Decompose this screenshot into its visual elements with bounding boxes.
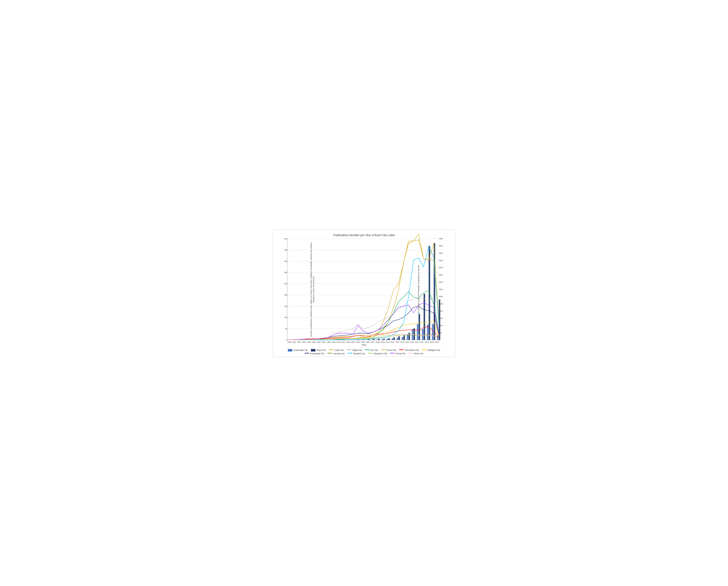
legend-swatch: [288, 349, 292, 352]
svg-rect-29: [387, 338, 388, 340]
x-tick: 2020: [435, 341, 439, 343]
legend-swatch: [327, 353, 332, 354]
svg-rect-45: [427, 325, 428, 340]
legend-label: Virtual City: [396, 353, 405, 355]
x-tick: 2017: [420, 341, 424, 343]
x-tick: 2019: [430, 341, 434, 343]
x-tick: 2014: [405, 341, 409, 343]
chart-container: Publications Number per Year of Each Cit…: [273, 229, 455, 357]
legend-swatch: [390, 353, 395, 354]
y-tick-left: 250: [284, 283, 287, 285]
legend-label: Green City: [387, 349, 396, 351]
x-tick: 1997: [322, 341, 326, 343]
legend-item: Virtual City: [390, 353, 405, 355]
svg-rect-28: [383, 339, 385, 340]
x-tick: 1992: [297, 341, 301, 343]
y-tick-left: 100: [284, 316, 287, 319]
x-tick: 2004: [356, 341, 360, 343]
x-tick: 2000: [336, 341, 340, 343]
y-tick-right: 0: [439, 339, 440, 341]
legend-swatch: [368, 353, 372, 354]
legend-swatch: [381, 350, 386, 350]
legend-item: Knowledge City: [305, 353, 324, 355]
svg-rect-44: [423, 294, 425, 340]
legend-swatch: [347, 350, 351, 350]
legend-label: Learning City: [333, 353, 345, 355]
x-tick: 2013: [400, 341, 404, 343]
legend-item: Ubiquitous City: [368, 353, 387, 355]
legend-label: Smart City: [316, 349, 326, 351]
x-tick: 2016: [415, 341, 419, 343]
y-tick-right: 3500: [439, 288, 443, 290]
legend-item: Information City: [399, 349, 419, 352]
y-tick-right: 5000: [439, 266, 443, 269]
x-tick: 2001: [341, 341, 345, 343]
x-tick: 2015: [410, 341, 414, 343]
svg-rect-32: [393, 337, 395, 340]
legend-item: Digital City: [347, 349, 362, 352]
y-tick-right: 2000: [439, 310, 443, 312]
svg-rect-38: [408, 333, 410, 340]
y-tick-left: 300: [284, 272, 287, 274]
y-tick-right: 5500: [439, 259, 443, 261]
y-tick-right: 1000: [439, 325, 443, 327]
svg-rect-35: [402, 337, 403, 340]
legend-swatch: [365, 350, 369, 350]
legend-label: Knowledge City: [310, 353, 324, 355]
y-tick-left: 50: [285, 328, 287, 330]
x-axis-labels: 1990199119921993199419951996199719981999…: [275, 340, 453, 343]
svg-rect-43: [422, 329, 423, 340]
y-tick-left: 450: [284, 238, 287, 240]
x-tick: 2003: [351, 341, 355, 343]
y-tick-left: 150: [284, 305, 287, 307]
svg-rect-25: [376, 339, 378, 340]
x-axis-title: Year: [275, 343, 453, 346]
x-tick: 2012: [395, 341, 399, 343]
legend-item: Smart City: [311, 349, 326, 352]
legend-label: Resilient City: [353, 353, 365, 355]
svg-rect-23: [371, 339, 373, 340]
legend-item: Green City: [381, 349, 396, 352]
y-tick-right: 7000: [439, 238, 443, 240]
legend-swatch: [329, 350, 333, 350]
legend-swatch: [409, 353, 413, 354]
x-tick: 2011: [391, 341, 395, 343]
legend-item: Resilient City: [348, 353, 365, 355]
legend-label: Intelligent City: [427, 349, 440, 351]
x-tick: 2018: [425, 341, 429, 343]
legend-label: Sustainable City: [293, 349, 308, 351]
y-tick-right: 3000: [439, 296, 443, 298]
svg-rect-47: [432, 324, 433, 340]
x-tick: 1995: [312, 341, 316, 343]
svg-rect-17: [356, 339, 358, 340]
y-axis-right: 0500100015002000250030003500400045005000…: [439, 239, 453, 340]
x-tick: 2010: [386, 341, 390, 343]
y-tick-right: 1500: [439, 317, 443, 319]
x-tick: 2009: [381, 341, 385, 343]
svg-rect-27: [382, 339, 383, 340]
x-tick: 2006: [366, 341, 370, 343]
legend-swatch: [399, 350, 404, 350]
x-tick: 2007: [371, 341, 375, 343]
plot-area: [287, 239, 439, 340]
y-tick-left: 350: [284, 260, 287, 262]
y-tick-right: 2500: [439, 303, 443, 305]
legend-label: Eco City: [370, 349, 378, 351]
legend-swatch: [311, 349, 315, 352]
y-tick-right: 4500: [439, 274, 443, 276]
chart-area: Number of publications regarding cyber, …: [275, 239, 453, 340]
svg-rect-21: [366, 339, 368, 340]
y-tick-left: 200: [284, 294, 287, 296]
legend-item: Intelligent City: [422, 349, 440, 352]
legend-item: Eco City: [365, 349, 378, 352]
legend-label: Digital City: [352, 349, 362, 351]
legend-item: Cyber City: [329, 349, 344, 352]
x-tick: 2002: [346, 341, 350, 343]
y-axis-left: Number of publications regarding cyber, …: [275, 239, 287, 340]
legend-label: Wired City: [414, 353, 423, 355]
svg-rect-31: [392, 338, 393, 340]
svg-rect-19: [361, 339, 363, 340]
legend-label: Information City: [405, 349, 419, 351]
x-tick: 1999: [331, 341, 335, 343]
x-tick: 2005: [361, 341, 365, 343]
